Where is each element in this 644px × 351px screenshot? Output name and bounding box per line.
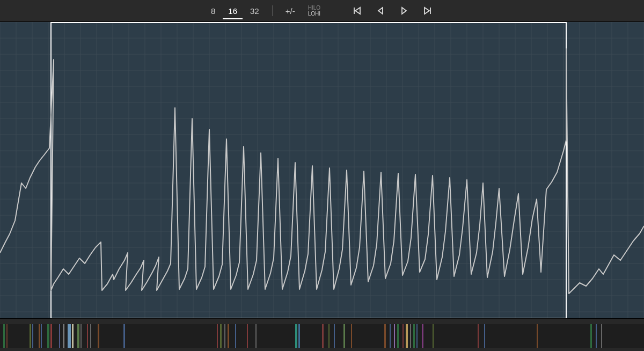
step-back-icon[interactable] xyxy=(370,3,391,18)
hilo-bottom-label: LOHI xyxy=(308,11,320,17)
svg-rect-96 xyxy=(402,324,404,348)
skip-forward-icon[interactable] xyxy=(417,3,438,18)
svg-rect-85 xyxy=(295,324,297,348)
svg-rect-78 xyxy=(217,324,218,348)
svg-rect-72 xyxy=(77,324,79,348)
svg-rect-99 xyxy=(413,324,415,348)
hilo-top-label: HILO xyxy=(308,5,320,11)
svg-rect-84 xyxy=(255,324,257,348)
svg-rect-68 xyxy=(59,324,60,348)
svg-rect-73 xyxy=(80,324,82,348)
svg-rect-66 xyxy=(47,324,49,348)
svg-rect-62 xyxy=(30,324,31,348)
svg-rect-92 xyxy=(384,324,386,348)
svg-rect-79 xyxy=(220,324,222,348)
zoom-8-button[interactable]: 8 xyxy=(206,4,221,18)
svg-rect-106 xyxy=(590,324,592,348)
svg-rect-63 xyxy=(32,324,33,348)
top-toolbar: 8 16 32 +/- HILO LOHI xyxy=(0,0,644,22)
svg-rect-61 xyxy=(6,324,8,348)
svg-rect-93 xyxy=(390,324,391,348)
svg-rect-102 xyxy=(433,324,434,348)
skip-back-icon[interactable] xyxy=(346,3,368,18)
active-underline xyxy=(223,18,243,19)
svg-rect-81 xyxy=(228,324,229,348)
svg-rect-70 xyxy=(68,324,71,348)
svg-rect-103 xyxy=(478,324,479,348)
svg-rect-100 xyxy=(416,324,418,348)
svg-rect-108 xyxy=(601,324,602,348)
svg-rect-91 xyxy=(351,324,352,348)
svg-rect-87 xyxy=(322,324,324,348)
svg-rect-97 xyxy=(406,324,408,348)
svg-rect-64 xyxy=(39,324,40,348)
svg-rect-83 xyxy=(247,324,248,348)
svg-rect-80 xyxy=(224,324,225,348)
zoom-16-button[interactable]: 16 xyxy=(223,4,243,18)
svg-rect-65 xyxy=(41,324,42,348)
step-forward-icon[interactable] xyxy=(393,3,415,18)
svg-rect-67 xyxy=(50,324,52,348)
svg-rect-98 xyxy=(410,324,411,348)
svg-rect-101 xyxy=(422,324,423,348)
timeline-track xyxy=(0,324,644,348)
svg-rect-104 xyxy=(484,324,485,348)
svg-rect-60 xyxy=(3,324,5,348)
svg-rect-71 xyxy=(72,324,74,348)
waveform-viewport[interactable] xyxy=(0,22,644,319)
selection-box xyxy=(51,23,566,318)
svg-rect-107 xyxy=(596,324,597,348)
plus-minus-button[interactable]: +/- xyxy=(280,4,301,18)
svg-rect-74 xyxy=(87,324,88,348)
svg-rect-77 xyxy=(123,324,125,348)
waveform-svg xyxy=(0,22,644,319)
svg-rect-95 xyxy=(397,324,399,348)
svg-rect-75 xyxy=(90,324,91,348)
svg-rect-89 xyxy=(334,324,335,348)
timeline-strip[interactable] xyxy=(0,318,644,351)
svg-rect-86 xyxy=(298,324,300,348)
svg-rect-90 xyxy=(343,324,345,348)
svg-rect-105 xyxy=(537,324,538,348)
zoom-16-label: 16 xyxy=(228,6,237,16)
svg-rect-69 xyxy=(63,324,64,348)
svg-rect-88 xyxy=(328,324,330,348)
zoom-32-button[interactable]: 32 xyxy=(245,4,265,18)
svg-rect-82 xyxy=(235,324,236,348)
svg-rect-94 xyxy=(394,324,395,348)
separator xyxy=(272,5,273,16)
hilo-toggle[interactable]: HILO LOHI xyxy=(303,3,326,19)
svg-rect-76 xyxy=(98,324,99,348)
